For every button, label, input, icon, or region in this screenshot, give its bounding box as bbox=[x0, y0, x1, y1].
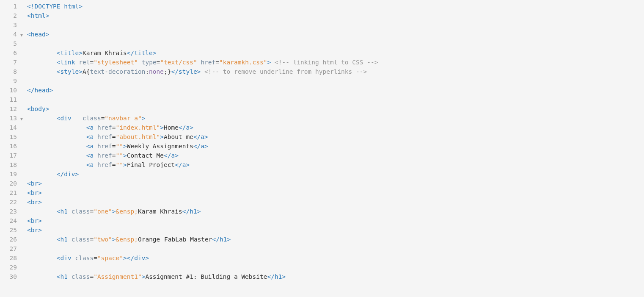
line-number[interactable]: 28 bbox=[0, 253, 17, 263]
line-number[interactable]: 29 bbox=[0, 263, 17, 272]
line-number[interactable]: 14 bbox=[0, 123, 17, 132]
code-token: Assignment #1: Building a Website bbox=[145, 273, 267, 280]
code-token bbox=[61, 3, 64, 10]
code-token: FabLab Master bbox=[164, 236, 212, 243]
line-number[interactable]: 18 bbox=[0, 160, 17, 169]
code-token: </h1> bbox=[182, 208, 201, 215]
code-line[interactable]: <a href="index.html">Home</a> bbox=[27, 123, 644, 132]
code-line[interactable]: </div> bbox=[27, 169, 644, 179]
line-number[interactable]: 8 bbox=[0, 67, 17, 76]
code-token: "navbar a" bbox=[105, 115, 141, 122]
line-number-gutter[interactable]: 1234▼5678910111213▼141516171819202122232… bbox=[0, 0, 25, 297]
line-number[interactable]: 22 bbox=[0, 197, 17, 207]
code-token: none bbox=[149, 68, 164, 75]
code-line[interactable]: <style>A{text-decoration:none;}</style> … bbox=[27, 67, 644, 76]
line-number[interactable]: 25 bbox=[0, 225, 17, 235]
code-line[interactable]: <link rel="stylesheet" type="text/css" h… bbox=[27, 58, 644, 67]
line-number[interactable]: 20 bbox=[0, 179, 17, 188]
code-line[interactable]: <br> bbox=[27, 188, 644, 197]
code-line[interactable]: </head> bbox=[27, 86, 644, 95]
line-number[interactable]: 21 bbox=[0, 188, 17, 197]
code-token: > bbox=[160, 133, 164, 140]
line-number[interactable]: 27 bbox=[0, 244, 17, 253]
code-token bbox=[68, 236, 72, 243]
code-line[interactable]: <h1 class="one">&ensp;Karam Khrais</h1> bbox=[27, 207, 644, 216]
code-token: html bbox=[64, 3, 79, 10]
code-token: </title> bbox=[127, 50, 157, 56]
code-token: class bbox=[72, 273, 90, 280]
code-token: = bbox=[112, 124, 116, 131]
code-line[interactable]: <head> bbox=[27, 30, 644, 39]
line-number[interactable]: 11 bbox=[0, 95, 17, 104]
code-area[interactable]: <!DOCTYPE html><html><head> <title>Karam… bbox=[25, 0, 644, 297]
line-number[interactable]: 2 bbox=[0, 11, 17, 20]
code-token bbox=[94, 124, 97, 131]
code-token: href bbox=[201, 59, 215, 66]
fold-triangle-icon[interactable]: ▼ bbox=[20, 114, 23, 124]
code-line[interactable]: <div class="space"></div> bbox=[27, 253, 644, 263]
code-line[interactable]: <br> bbox=[27, 216, 644, 225]
line-number[interactable]: 13▼ bbox=[0, 114, 17, 123]
code-line[interactable]: <html> bbox=[27, 11, 644, 20]
code-line[interactable]: <a href="">Contact Me</a> bbox=[27, 151, 644, 160]
code-token: <head> bbox=[27, 31, 49, 38]
line-number[interactable]: 26 bbox=[0, 235, 17, 244]
code-token: <br> bbox=[27, 217, 42, 224]
line-number[interactable]: 24 bbox=[0, 216, 17, 225]
code-line[interactable]: <div class="navbar a"> bbox=[27, 114, 644, 123]
line-number[interactable]: 23 bbox=[0, 207, 17, 216]
line-number[interactable]: 9 bbox=[0, 76, 17, 86]
code-line[interactable]: <body> bbox=[27, 104, 644, 114]
code-token: <div bbox=[57, 115, 72, 122]
code-token bbox=[72, 115, 83, 122]
code-line[interactable]: <br> bbox=[27, 179, 644, 188]
code-token: Karam Khrais bbox=[138, 208, 182, 215]
code-token: <div bbox=[57, 255, 72, 261]
code-line[interactable]: <title>Karam Khrais</title> bbox=[27, 48, 644, 58]
line-number[interactable]: 6 bbox=[0, 48, 17, 58]
code-line[interactable] bbox=[27, 244, 644, 253]
line-number[interactable]: 4▼ bbox=[0, 30, 17, 39]
code-line[interactable] bbox=[27, 39, 644, 48]
code-line[interactable]: <a href="about.html">About me</a> bbox=[27, 132, 644, 142]
line-number[interactable]: 10 bbox=[0, 86, 17, 95]
code-token: <a bbox=[86, 161, 94, 168]
fold-triangle-icon[interactable]: ▼ bbox=[20, 31, 23, 40]
code-token bbox=[138, 59, 142, 66]
line-number[interactable]: 17 bbox=[0, 151, 17, 160]
code-line[interactable]: <a href="">Weekly Assignments</a> bbox=[27, 142, 644, 151]
code-editor[interactable]: 1234▼5678910111213▼141516171819202122232… bbox=[0, 0, 644, 297]
code-line[interactable] bbox=[27, 76, 644, 86]
line-number[interactable]: 30 bbox=[0, 272, 17, 281]
code-token: "" bbox=[116, 161, 123, 168]
line-number[interactable]: 5 bbox=[0, 39, 17, 48]
code-token: <a bbox=[86, 152, 94, 159]
code-line[interactable] bbox=[27, 95, 644, 104]
code-token: Weekly Assignments bbox=[127, 143, 193, 150]
code-token: <br> bbox=[27, 199, 42, 205]
code-line[interactable]: <h1 class="Assignment1">Assignment #1: B… bbox=[27, 272, 644, 281]
line-number[interactable]: 19 bbox=[0, 169, 17, 179]
code-token: class bbox=[72, 236, 90, 243]
code-line[interactable]: <!DOCTYPE html> bbox=[27, 2, 644, 11]
code-token: <title> bbox=[57, 50, 83, 56]
code-token: <h1 bbox=[57, 208, 68, 215]
code-token: &ensp; bbox=[116, 236, 138, 243]
line-number[interactable]: 7 bbox=[0, 58, 17, 67]
code-line[interactable] bbox=[27, 263, 644, 272]
line-number[interactable]: 1 bbox=[0, 2, 17, 11]
code-token: &ensp; bbox=[116, 208, 138, 215]
code-token: > bbox=[112, 208, 116, 215]
line-number[interactable]: 3 bbox=[0, 20, 17, 30]
code-line[interactable]: <br> bbox=[27, 197, 644, 207]
line-number[interactable]: 15 bbox=[0, 132, 17, 142]
code-token: "" bbox=[116, 143, 123, 150]
code-line[interactable] bbox=[27, 20, 644, 30]
code-line[interactable]: <a href="">Final Project</a> bbox=[27, 160, 644, 169]
code-token: </a> bbox=[179, 124, 193, 131]
code-line[interactable]: <h1 class="two">&ensp;Orange FabLab Mast… bbox=[27, 235, 644, 244]
code-token: = bbox=[90, 236, 94, 243]
code-line[interactable]: <br> bbox=[27, 225, 644, 235]
line-number[interactable]: 16 bbox=[0, 142, 17, 151]
line-number[interactable]: 12 bbox=[0, 104, 17, 114]
